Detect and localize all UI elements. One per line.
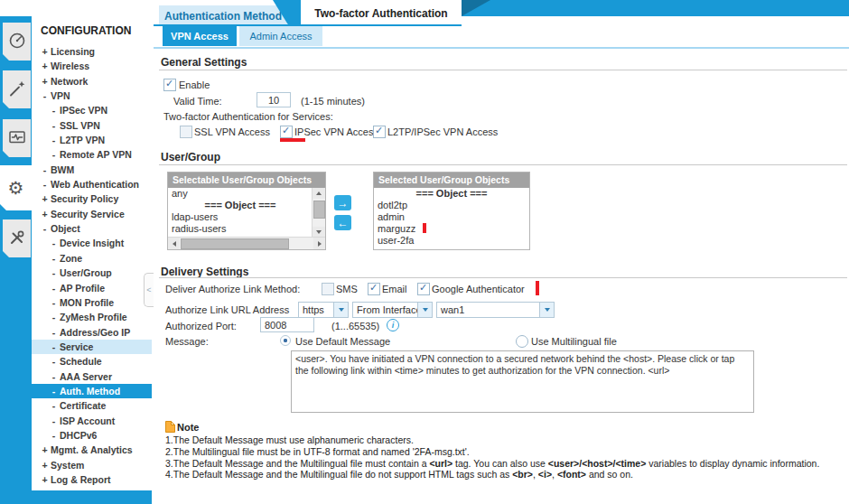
email-checkbox[interactable] <box>368 283 380 295</box>
use-multilingual-file-radio[interactable] <box>516 335 528 348</box>
sidebar-item-object[interactable]: -Object <box>32 221 152 236</box>
collapse-icon[interactable]: - <box>42 221 48 236</box>
ipsec-vpn-access-checkbox[interactable] <box>280 126 293 138</box>
sidebar-item-web-authentication[interactable]: -Web Authentication <box>32 177 152 191</box>
sidebar-item-device-insight[interactable]: -Device Insight <box>32 236 152 250</box>
sidebar-item-user-group[interactable]: -User/Group <box>32 266 152 280</box>
sidebar-item-network[interactable]: +Network <box>32 74 152 89</box>
collapse-icon[interactable]: - <box>51 398 57 413</box>
valid-time-input[interactable] <box>257 92 291 107</box>
collapse-icon[interactable]: - <box>51 414 57 428</box>
expand-icon[interactable]: + <box>42 191 48 206</box>
horizontal-scrollbar[interactable] <box>168 237 325 249</box>
source-select[interactable]: From Interface <box>352 302 433 318</box>
expand-icon[interactable]: + <box>42 472 48 487</box>
expand-icon[interactable]: + <box>42 59 48 73</box>
expand-icon[interactable]: + <box>42 458 48 472</box>
tab-two-factor-authentication[interactable]: Two-factor Authentication <box>301 0 462 26</box>
subtab-admin-access[interactable]: Admin Access <box>239 26 322 46</box>
sidebar-item-wireless[interactable]: +Wireless <box>32 59 152 73</box>
list-item[interactable]: user-2fa <box>374 235 529 247</box>
list-item[interactable]: admin <box>374 211 529 223</box>
collapse-icon[interactable]: - <box>51 428 57 443</box>
sidebar-item-security-service[interactable]: +Security Service <box>32 207 152 221</box>
scroll-up-button[interactable] <box>313 188 325 199</box>
sidebar-item-aaa-server[interactable]: -AAA Server <box>32 369 152 384</box>
scroll-right-button[interactable] <box>313 238 325 249</box>
sidebar-item-mgmt-analytics[interactable]: +Mgmt. & Analytics <box>32 443 152 457</box>
list-item[interactable]: radius-users <box>168 223 313 235</box>
sidebar-item-licensing[interactable]: +Licensing <box>32 44 152 59</box>
enable-checkbox[interactable] <box>163 79 176 91</box>
nav-monitoring-icon-tab[interactable] <box>3 119 31 157</box>
collapse-icon[interactable]: - <box>51 236 57 250</box>
sms-checkbox[interactable] <box>322 283 334 295</box>
sidebar-item-certificate[interactable]: -Certificate <box>32 398 152 413</box>
sidebar-item-auth-method[interactable]: -Auth. Method <box>32 384 152 398</box>
sidebar-item-zone[interactable]: -Zone <box>32 251 152 266</box>
scroll-left-button[interactable] <box>168 238 180 249</box>
collapse-icon[interactable]: - <box>51 251 57 266</box>
sidebar-item-ipsec-vpn[interactable]: -IPSec VPN <box>32 103 152 117</box>
sidebar-item-log-report[interactable]: +Log & Report <box>32 472 152 487</box>
expand-icon[interactable]: + <box>42 443 48 457</box>
expand-icon[interactable]: + <box>42 44 48 59</box>
scrollbar-thumb[interactable] <box>313 201 325 219</box>
collapse-icon[interactable]: - <box>51 118 57 133</box>
interface-select[interactable]: wan1 <box>436 302 555 318</box>
sidebar-item-dhcpv6[interactable]: -DHCPv6 <box>32 428 152 443</box>
sidebar-item-ap-profile[interactable]: -AP Profile <box>32 281 152 295</box>
protocol-select[interactable]: https <box>298 302 349 318</box>
use-default-message-radio[interactable] <box>280 335 291 346</box>
expand-icon[interactable]: + <box>42 207 48 221</box>
authorized-port-input[interactable] <box>260 317 314 332</box>
ssl-vpn-access-checkbox[interactable] <box>180 126 192 138</box>
move-left-button[interactable] <box>334 215 351 230</box>
expand-icon[interactable]: + <box>42 74 48 89</box>
collapse-icon[interactable]: - <box>42 177 48 191</box>
sidebar-item-remote-ap-vpn[interactable]: -Remote AP VPN <box>32 147 152 162</box>
sidebar-item-l2tp-vpn[interactable]: -L2TP VPN <box>32 133 152 147</box>
subtab-vpn-access[interactable]: VPN Access <box>163 26 237 46</box>
sidebar-item-address-geo-ip[interactable]: -Address/Geo IP <box>32 325 152 340</box>
vertical-scrollbar[interactable] <box>312 188 325 238</box>
nav-maintenance-icon-tab[interactable] <box>3 219 31 257</box>
collapse-icon[interactable]: - <box>51 354 57 369</box>
list-item[interactable]: dotl2tp <box>374 200 529 211</box>
info-icon[interactable] <box>387 319 399 331</box>
list-item[interactable]: any <box>168 188 313 200</box>
sidebar-item-isp-account[interactable]: -ISP Account <box>32 414 152 428</box>
nav-wizard-icon-tab[interactable] <box>3 70 31 108</box>
sidebar-item-mon-profile[interactable]: -MON Profile <box>32 295 152 310</box>
sidebar-collapse-handle[interactable]: < <box>144 273 154 307</box>
collapse-icon[interactable]: - <box>51 369 57 384</box>
collapse-icon[interactable]: - <box>51 340 57 354</box>
list-item[interactable]: ldap-users <box>168 211 313 223</box>
sidebar-item-zymesh-profile[interactable]: -ZyMesh Profile <box>32 310 152 324</box>
collapse-icon[interactable]: - <box>42 163 48 177</box>
nav-configuration-icon-tab[interactable]: ⚙ <box>0 165 32 210</box>
scrollbar-thumb[interactable] <box>181 238 289 249</box>
collapse-icon[interactable]: - <box>51 266 57 280</box>
sidebar-item-security-policy[interactable]: +Security Policy <box>32 191 152 206</box>
collapse-icon[interactable]: - <box>42 89 48 103</box>
move-right-button[interactable] <box>334 195 351 210</box>
collapse-icon[interactable]: - <box>51 281 57 295</box>
sidebar-item-system[interactable]: +System <box>32 458 152 472</box>
collapse-icon[interactable]: - <box>51 384 57 398</box>
default-message-textarea[interactable]: <user>. You have initiated a VPN connect… <box>291 350 754 413</box>
collapse-icon[interactable]: - <box>51 310 57 324</box>
collapse-icon[interactable]: - <box>51 325 57 340</box>
l2tp-ipsec-vpn-access-checkbox[interactable] <box>373 126 386 138</box>
sidebar-item-service[interactable]: -Service <box>32 340 152 354</box>
sidebar-item-bwm[interactable]: -BWM <box>32 163 152 177</box>
collapse-icon[interactable]: - <box>51 295 57 310</box>
collapse-icon[interactable]: - <box>51 147 57 162</box>
collapse-icon[interactable]: - <box>51 133 57 147</box>
google-authenticator-checkbox[interactable] <box>417 283 430 295</box>
sidebar-item-ssl-vpn[interactable]: -SSL VPN <box>32 118 152 133</box>
sidebar-item-schedule[interactable]: -Schedule <box>32 354 152 369</box>
collapse-icon[interactable]: - <box>51 103 57 117</box>
sidebar-item-vpn[interactable]: -VPN <box>32 89 152 103</box>
nav-dashboard-icon-tab[interactable] <box>3 23 31 61</box>
